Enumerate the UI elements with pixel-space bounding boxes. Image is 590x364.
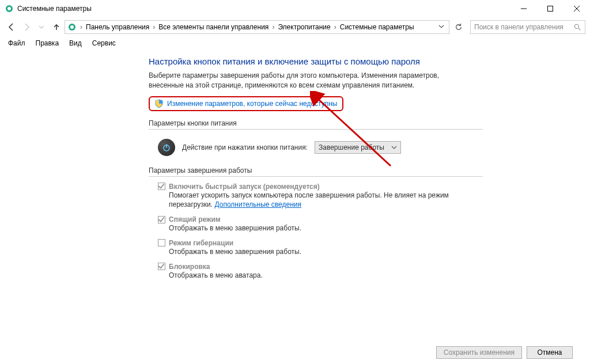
power-action-value: Завершение работы [319,143,384,151]
recent-dropdown[interactable] [35,20,48,34]
breadcrumb-dropdown[interactable] [436,23,447,31]
breadcrumb-sep: › [79,23,84,31]
uac-shield-icon [154,99,164,108]
footer-buttons: Сохранить изменения Отмена [0,341,590,364]
cancel-button[interactable]: Отмена [527,346,573,359]
breadcrumb-sep: › [152,23,156,31]
option-sleep: Спящий режим Отображать в меню завершени… [158,215,471,233]
option-fast-startup: Включить быстрый запуск (рекомендуется) … [158,183,471,210]
maximize-button[interactable] [537,0,563,17]
option-desc: Отображать в меню завершения работы. [169,247,471,257]
menu-service[interactable]: Сервис [88,38,120,48]
up-button[interactable] [50,20,63,34]
menu-bar: Файл Правка Вид Сервис [0,37,590,50]
search-icon [574,24,581,31]
page-subtext: Выберите параметры завершения работы для… [149,71,460,90]
svg-line-9 [578,28,580,30]
titlebar: Системные параметры [0,0,590,17]
option-label: Режим гибернации [169,239,233,247]
close-button[interactable] [563,0,590,17]
change-params-link-highlight: Изменение параметров, которые сейчас нед… [149,96,343,111]
power-action-dropdown[interactable]: Завершение работы [315,141,401,154]
checkbox-fast-startup[interactable] [158,183,165,190]
change-params-link[interactable]: Изменение параметров, которые сейчас нед… [167,100,338,108]
menu-file[interactable]: Файл [3,38,30,48]
svg-rect-3 [548,6,553,12]
content-area: Настройка кнопок питания и включение защ… [0,50,590,341]
refresh-button[interactable] [452,20,466,34]
breadcrumb-sep: › [333,23,338,31]
svg-point-1 [7,7,11,10]
search-placeholder: Поиск в панели управления [474,23,574,31]
svg-point-7 [70,25,74,29]
checkbox-sleep[interactable] [158,216,165,223]
power-button-row: Действие при нажатии кнопки питания: Зав… [149,135,590,166]
menu-edit[interactable]: Правка [31,38,64,48]
checkbox-lock[interactable] [158,263,165,270]
chevron-down-icon [391,145,397,150]
option-label: Блокировка [169,263,210,271]
option-hibernate: Режим гибернации Отображать в меню завер… [158,239,471,257]
breadcrumb[interactable]: › Панель управления › Все элементы панел… [65,20,449,34]
section-power-button: Параметры кнопки питания [149,119,483,130]
breadcrumb-sep: › [271,23,275,31]
more-info-link[interactable]: Дополнительные сведения [214,200,301,208]
page-heading: Настройка кнопок питания и включение защ… [149,56,590,66]
section-shutdown: Параметры завершения работы [149,166,483,177]
window-title: Системные параметры [17,5,510,13]
nav-toolbar: › Панель управления › Все элементы панел… [0,17,590,37]
option-label: Спящий режим [169,215,221,223]
power-icon [158,139,175,156]
power-action-label: Действие при нажатии кнопки питания: [182,143,308,151]
option-desc: Помогает ускорить запуск компьютера посл… [169,191,471,210]
search-input[interactable]: Поиск в панели управления [470,20,585,34]
svg-point-8 [574,24,578,28]
minimize-button[interactable] [510,0,537,17]
shutdown-options: Включить быстрый запуск (рекомендуется) … [149,183,471,280]
app-icon [5,4,14,13]
option-desc: Отображать в меню завершения работы. [169,223,471,233]
breadcrumb-seg[interactable]: Все элементы панели управления [156,23,271,31]
back-button[interactable] [5,20,18,34]
breadcrumb-seg[interactable]: Системные параметры [338,23,417,31]
menu-view[interactable]: Вид [65,38,86,48]
power-plan-icon [67,22,77,32]
option-lock: Блокировка Отображать в меню аватара. [158,263,471,280]
option-desc: Отображать в меню аватара. [169,271,471,280]
breadcrumb-seg[interactable]: Панель управления [84,23,152,31]
save-button[interactable]: Сохранить изменения [436,346,522,359]
breadcrumb-seg[interactable]: Электропитание [275,23,332,31]
forward-button[interactable] [20,20,33,34]
checkbox-hibernate[interactable] [158,239,165,247]
option-label: Включить быстрый запуск (рекомендуется) [169,183,320,191]
